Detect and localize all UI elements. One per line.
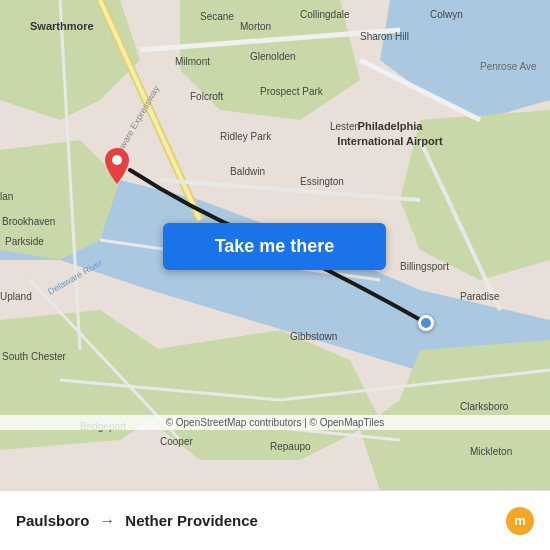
moovit-logo: m xyxy=(506,507,534,535)
svg-text:Sharon Hill: Sharon Hill xyxy=(360,31,409,42)
destination-pin xyxy=(105,148,129,180)
svg-text:Milmont: Milmont xyxy=(175,56,210,67)
map-container: Delaware Expressway Delaware River Swart… xyxy=(0,0,550,490)
svg-text:Cooper: Cooper xyxy=(160,436,193,447)
svg-text:Clarksboro: Clarksboro xyxy=(460,401,509,412)
svg-text:Essington: Essington xyxy=(300,176,344,187)
svg-text:Colwyn: Colwyn xyxy=(430,9,463,20)
svg-text:Mickleton: Mickleton xyxy=(470,446,512,457)
svg-text:Baldwin: Baldwin xyxy=(230,166,265,177)
svg-text:Lester: Lester xyxy=(330,121,358,132)
svg-text:lan: lan xyxy=(0,191,13,202)
svg-text:Glenolden: Glenolden xyxy=(250,51,296,62)
svg-text:Swarthmore: Swarthmore xyxy=(30,20,94,32)
svg-text:Brookhaven: Brookhaven xyxy=(2,216,55,227)
moovit-letter: m xyxy=(514,513,526,528)
svg-text:Billingsport: Billingsport xyxy=(400,261,449,272)
svg-text:Ridley Park: Ridley Park xyxy=(220,131,272,142)
svg-text:Prospect Park: Prospect Park xyxy=(260,86,324,97)
svg-text:Penrose Ave: Penrose Ave xyxy=(480,61,537,72)
attribution-text: © OpenStreetMap contributors | © OpenMap… xyxy=(166,417,385,428)
origin-label: Paulsboro xyxy=(16,512,89,529)
svg-text:Philadelphia: Philadelphia xyxy=(358,120,424,132)
svg-text:Gibbstown: Gibbstown xyxy=(290,331,337,342)
svg-text:Repaupo: Repaupo xyxy=(270,441,311,452)
svg-text:Morton: Morton xyxy=(240,21,271,32)
moovit-icon: m xyxy=(506,507,534,535)
direction-arrow: → xyxy=(99,512,115,530)
svg-text:Upland: Upland xyxy=(0,291,32,302)
origin-pin xyxy=(418,315,434,331)
svg-text:South Chester: South Chester xyxy=(2,351,67,362)
svg-text:Secane: Secane xyxy=(200,11,234,22)
footer-bar: Paulsboro → Nether Providence m xyxy=(0,490,550,550)
svg-text:Collingdale: Collingdale xyxy=(300,9,350,20)
svg-text:Parkside: Parkside xyxy=(5,236,44,247)
svg-text:Paradise: Paradise xyxy=(460,291,500,302)
svg-text:Folcroft: Folcroft xyxy=(190,91,224,102)
svg-text:International Airport: International Airport xyxy=(337,135,443,147)
take-me-there-button[interactable]: Take me there xyxy=(163,223,386,270)
map-attribution: © OpenStreetMap contributors | © OpenMap… xyxy=(0,415,550,430)
svg-point-54 xyxy=(112,155,122,165)
destination-label: Nether Providence xyxy=(125,512,258,529)
